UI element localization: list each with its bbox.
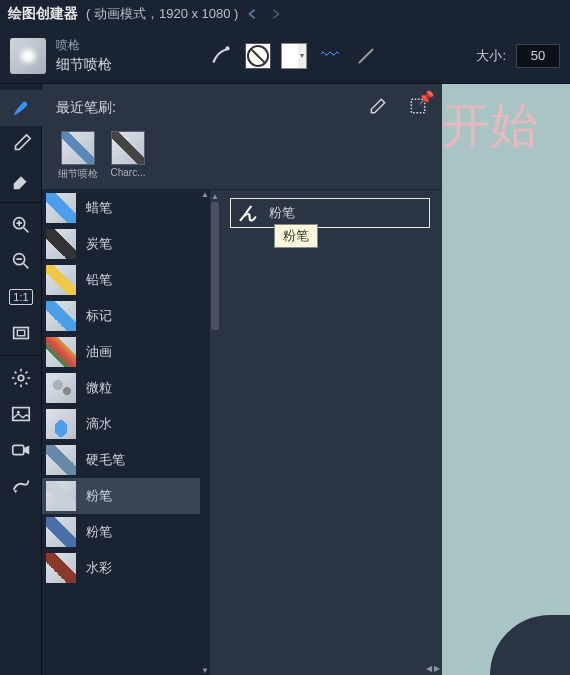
canvas[interactable]: 开始 [442, 84, 570, 675]
category-icon [46, 553, 76, 583]
category-label: 粉笔 [86, 487, 112, 505]
category-label: 标记 [86, 307, 112, 325]
category-8[interactable]: 粉笔 [42, 478, 210, 514]
category-7[interactable]: 硬毛笔 [42, 442, 210, 478]
color-picker[interactable]: ▾ [281, 43, 307, 69]
eyedropper-tool[interactable] [0, 126, 42, 162]
brush-item-label: 粉笔 [269, 204, 295, 222]
category-label: 炭笔 [86, 235, 112, 253]
zoom-in-tool[interactable] [0, 207, 42, 243]
svg-rect-6 [13, 408, 30, 421]
page-curl [490, 615, 570, 675]
category-icon [46, 409, 76, 439]
line-tool-icon[interactable] [353, 43, 379, 69]
image-tool[interactable] [0, 396, 42, 432]
category-icon [46, 229, 76, 259]
category-label: 油画 [86, 343, 112, 361]
category-icon [46, 445, 76, 475]
size-input[interactable] [516, 44, 560, 68]
fit-screen-tool[interactable] [0, 315, 42, 351]
category-icon [46, 193, 76, 223]
svg-rect-3 [14, 328, 29, 339]
category-label: 硬毛笔 [86, 451, 125, 469]
zoom-out-tool[interactable] [0, 243, 42, 279]
record-tool[interactable] [0, 432, 42, 468]
undo-icon[interactable] [246, 7, 260, 21]
eraser-tool[interactable] [0, 162, 42, 198]
category-10[interactable]: 水彩 [42, 550, 210, 586]
svg-point-0 [225, 46, 229, 50]
category-icon [46, 301, 76, 331]
category-icon [46, 337, 76, 367]
category-icon [46, 517, 76, 547]
size-label: 大小: [476, 47, 506, 65]
category-label: 粉笔 [86, 523, 112, 541]
svg-rect-4 [17, 330, 24, 336]
category-2[interactable]: 铅笔 [42, 262, 210, 298]
brush-sublist: ん 粉笔 粉笔 ◀▶ [210, 190, 442, 675]
edit-icon[interactable] [368, 96, 388, 119]
current-tool-icon[interactable] [10, 38, 46, 74]
current-tool-label: 喷枪 细节喷枪 [56, 37, 112, 74]
stabilizer-icon[interactable]: 〰 [317, 43, 343, 69]
side-toolbar: 1:1 [0, 84, 42, 675]
category-0[interactable]: 蜡笔 [42, 190, 210, 226]
sublist-scrollbar[interactable] [210, 190, 220, 675]
sublist-nav[interactable]: ◀▶ [426, 664, 440, 673]
brush-settings-icon[interactable] [209, 43, 235, 69]
titlebar: 绘图创建器 ( 动画模式，1920 x 1080 ) [0, 0, 570, 28]
canvas-text: 开始 [442, 94, 538, 158]
category-label: 微粒 [86, 379, 112, 397]
tooltip: 粉笔 [274, 224, 318, 248]
toolbar: 喷枪 细节喷枪 ▾ 〰 大小: [0, 28, 570, 84]
category-icon [46, 265, 76, 295]
actual-size-tool[interactable]: 1:1 [0, 279, 42, 315]
category-scrollbar[interactable] [200, 190, 210, 675]
category-label: 蜡笔 [86, 199, 112, 217]
category-5[interactable]: 微粒 [42, 370, 210, 406]
app-subtitle: ( 动画模式，1920 x 1080 ) [86, 5, 238, 23]
category-6[interactable]: 滴水 [42, 406, 210, 442]
recent-brush-0[interactable]: 细节喷枪 [56, 131, 100, 181]
settings-tool[interactable] [0, 360, 42, 396]
tool-category: 喷枪 [56, 37, 112, 54]
category-4[interactable]: 油画 [42, 334, 210, 370]
category-icon [46, 373, 76, 403]
recent-brush-1[interactable]: Charc... [106, 131, 150, 181]
category-label: 滴水 [86, 415, 112, 433]
no-texture-button[interactable] [245, 43, 271, 69]
redo-icon[interactable] [268, 7, 282, 21]
svg-point-5 [18, 375, 24, 381]
recent-header: 最近笔刷: [56, 99, 116, 117]
effects-tool[interactable] [0, 468, 42, 504]
brush-tool[interactable] [0, 90, 42, 126]
category-label: 水彩 [86, 559, 112, 577]
svg-rect-8 [13, 445, 24, 454]
category-list: 蜡笔炭笔铅笔标记油画微粒滴水硬毛笔粉笔粉笔水彩 [42, 190, 210, 675]
brush-item[interactable]: ん 粉笔 [230, 198, 430, 228]
app-title: 绘图创建器 [8, 5, 78, 23]
category-9[interactable]: 粉笔 [42, 514, 210, 550]
brush-panel: 📌 最近笔刷: 细节喷枪Charc... 蜡笔炭笔铅笔标记油画微粒滴水硬毛笔粉笔… [42, 84, 442, 675]
chalk-stroke-icon: ん [237, 202, 259, 224]
category-icon [46, 481, 76, 511]
category-3[interactable]: 标记 [42, 298, 210, 334]
tool-name: 细节喷枪 [56, 56, 112, 74]
category-1[interactable]: 炭笔 [42, 226, 210, 262]
pin-icon[interactable]: 📌 [418, 90, 434, 105]
category-label: 铅笔 [86, 271, 112, 289]
